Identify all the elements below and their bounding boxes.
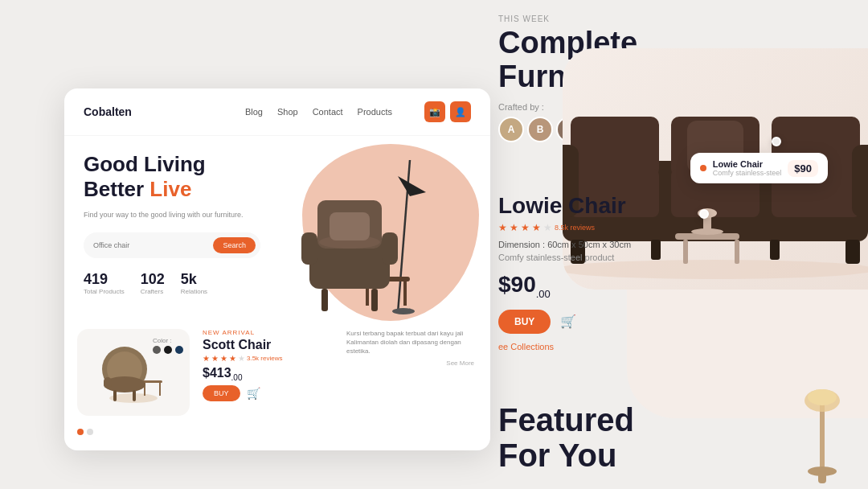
chair-price: $90.00 — [498, 272, 804, 300]
this-week-label: THIS WEEK — [498, 14, 788, 23]
hero-subtitle: Find your way to the good living with ou… — [84, 210, 260, 221]
nav-shop[interactable]: Shop — [277, 107, 298, 117]
product-card-1: Color : — [77, 329, 190, 416]
star-2: ★ — [211, 354, 219, 363]
lamp-svg — [796, 384, 852, 489]
search-button[interactable]: Search — [213, 237, 256, 253]
svg-rect-9 — [321, 289, 328, 311]
svg-rect-16 — [159, 383, 161, 396]
buy-button[interactable]: BUY — [203, 385, 240, 401]
chair-reviews-count: 8.5k reviews — [555, 224, 595, 232]
product-info-card: NEW ARRIVAL Scott Chair ★ ★ ★ ★ ★ 3.5k r… — [199, 329, 334, 401]
cart-icon[interactable]: 🛒 — [247, 387, 260, 400]
nav-blog[interactable]: Blog — [245, 107, 263, 117]
new-arrival-label: NEW ARRIVAL — [203, 329, 330, 336]
color-dot-1[interactable] — [153, 346, 161, 354]
stat-relations: 5k Relations — [181, 271, 207, 295]
search-input[interactable] — [93, 241, 213, 249]
color-section: Color : — [153, 337, 183, 354]
star-half: ★ — [229, 354, 236, 363]
nav-contact[interactable]: Contact — [313, 107, 343, 117]
star-3: ★ — [220, 354, 227, 363]
chair-cart-icon[interactable]: 🛒 — [560, 314, 576, 329]
chair-buy-button[interactable]: BUY — [498, 310, 551, 334]
lowie-tooltip: Lowie Chair Comfy stainless-steel $90 — [690, 153, 828, 183]
featured-line1: Featured — [498, 402, 634, 438]
featured-line2: For You — [498, 438, 634, 473]
chair-detail-section: Lowie Chair ★ ★ ★ ★ ★ 8.5k reviews Dimen… — [498, 193, 804, 351]
avatar-1: A — [498, 117, 524, 142]
tooltip-chair-name: Lowie Chair — [713, 159, 782, 169]
svg-point-48 — [808, 389, 837, 405]
tooltip-info: Lowie Chair Comfy stainless-steel — [713, 159, 782, 177]
chair-buy-row: BUY 🛒 — [498, 310, 804, 334]
chair-star-2: ★ — [510, 222, 518, 233]
product-name: Scott Chair — [203, 338, 330, 352]
stats-row: 419 Total Products 102 Crafters 5k Relat… — [84, 271, 260, 295]
see-collections-link[interactable]: ee Collections — [498, 342, 804, 351]
avatar-2: B — [527, 117, 553, 142]
tooltip-chair-sub: Comfy stainless-steel — [713, 169, 782, 177]
svg-rect-7 — [301, 232, 317, 265]
tooltip-price: $90 — [788, 160, 818, 177]
chair-title: Lowie Chair — [498, 193, 804, 219]
nav-products[interactable]: Products — [358, 107, 392, 117]
buy-row: BUY 🛒 — [203, 385, 330, 401]
product-reviews: 3.5k reviews — [247, 355, 282, 362]
chair-star-3: ★ — [521, 222, 530, 233]
search-bar: Search — [84, 232, 260, 258]
hero-chair-svg — [285, 152, 446, 321]
star-empty: ★ — [238, 354, 245, 363]
featured-heading: Featured For You — [498, 402, 634, 473]
logo: Cobalten — [84, 105, 132, 118]
svg-rect-12 — [330, 212, 370, 240]
chair-star-half: ★ — [532, 222, 541, 233]
stat-products: 419 Total Products — [84, 271, 125, 295]
svg-rect-10 — [371, 289, 378, 311]
navigation: Cobalten Blog Shop Contact Products 📸 👤 — [64, 88, 490, 136]
product-stars: ★ ★ ★ ★ ★ 3.5k reviews — [203, 354, 330, 363]
lamp-decoration — [796, 384, 852, 489]
chair-star-1: ★ — [498, 222, 507, 233]
color-dots-row — [153, 346, 183, 354]
svg-rect-32 — [852, 145, 868, 217]
svg-rect-21 — [133, 390, 136, 401]
color-dot-2[interactable] — [164, 346, 172, 354]
chair-material: Comfy stainless-steel product — [498, 253, 804, 262]
star-1: ★ — [203, 354, 210, 363]
hero-area: Good Living Better Live Find your way to… — [64, 136, 490, 321]
svg-rect-46 — [818, 471, 826, 483]
website-mockup: Cobalten Blog Shop Contact Products 📸 👤 … — [64, 88, 490, 450]
nav-links: Blog Shop Contact Products — [245, 107, 392, 117]
cards-area: Color : — [64, 321, 490, 424]
stat-crafters: 102 Crafters — [141, 271, 165, 295]
svg-rect-25 — [571, 117, 659, 177]
indicator-dot-1[interactable] — [772, 137, 781, 146]
right-panel: THIS WEEK Complete Furniture Set Crafted… — [450, 0, 868, 489]
hero-highlight: Live — [149, 177, 191, 201]
pagination-dots — [64, 429, 490, 435]
hero-image — [260, 152, 471, 321]
svg-rect-14 — [142, 380, 162, 383]
tooltip-indicator — [700, 165, 706, 171]
page-dot-1[interactable] — [77, 429, 84, 435]
chair-dimensions: Dimension : 60cm x 50cm x 30cm — [498, 240, 804, 249]
chair-star-empty: ★ — [543, 222, 552, 233]
chair-stars: ★ ★ ★ ★ ★ 8.5k reviews — [498, 222, 804, 233]
product-price: $413.00 — [203, 366, 330, 382]
indicator-dot-2[interactable] — [699, 209, 709, 219]
svg-rect-20 — [113, 390, 117, 401]
svg-rect-34 — [845, 240, 860, 264]
svg-rect-8 — [382, 232, 398, 265]
svg-rect-4 — [403, 281, 407, 306]
camera-icon[interactable]: 📸 — [424, 101, 445, 122]
color-dot-3[interactable] — [175, 346, 183, 354]
page-dot-2[interactable] — [87, 429, 93, 435]
hero-left: Good Living Better Live Find your way to… — [84, 152, 260, 321]
hero-title: Good Living Better Live — [84, 152, 260, 202]
svg-rect-22 — [104, 377, 112, 388]
svg-point-1 — [392, 308, 415, 314]
